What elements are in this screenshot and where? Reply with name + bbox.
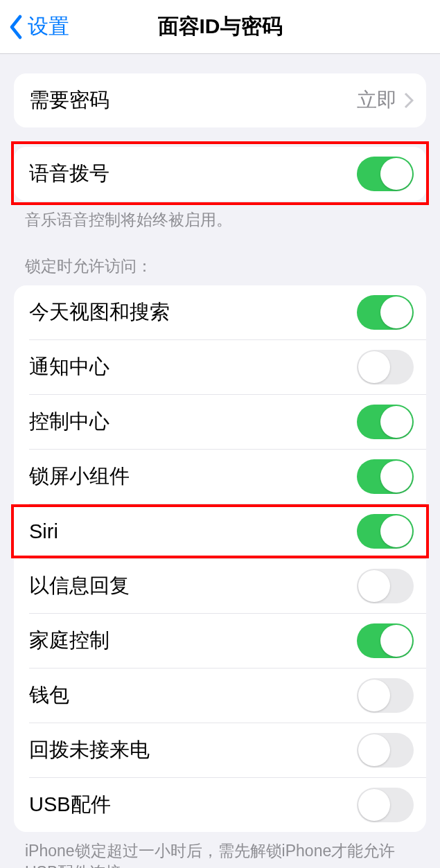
- row-lock-access-item: 回拨未接来电: [14, 723, 426, 777]
- navbar: 设置 面容ID与密码: [0, 0, 440, 54]
- chevron-right-icon: [404, 92, 414, 109]
- row-lock-access-item: 控制中心: [14, 395, 426, 449]
- lock-access-item-label: 通知中心: [29, 353, 109, 381]
- row-voice-dial: 语音拨号: [14, 147, 426, 201]
- back-label: 设置: [28, 12, 69, 41]
- row-lock-access-item: Siri: [14, 504, 426, 558]
- voice-dial-label: 语音拨号: [29, 160, 109, 188]
- lock-access-header: 锁定时允许访问：: [25, 256, 415, 277]
- toggle-lock-access-item[interactable]: [357, 405, 414, 439]
- voice-dial-footer: 音乐语音控制将始终被启用。: [25, 209, 415, 231]
- chevron-left-icon: [8, 15, 24, 39]
- lock-access-item-label: 以信息回复: [29, 572, 130, 600]
- row-lock-access-item: 锁屏小组件: [14, 450, 426, 504]
- row-lock-access-item: USB配件: [14, 778, 426, 832]
- row-lock-access-item: 家庭控制: [14, 614, 426, 668]
- toggle-lock-access-item[interactable]: [357, 295, 414, 330]
- lock-access-item-label: Siri: [29, 520, 58, 543]
- lock-access-item-label: 控制中心: [29, 408, 109, 436]
- lock-access-item-label: 钱包: [29, 682, 69, 709]
- lock-access-footer: iPhone锁定超过一小时后，需先解锁iPhone才能允许USB配件连接。: [25, 840, 415, 868]
- row-lock-access-item: 以信息回复: [14, 559, 426, 613]
- page-title: 面容ID与密码: [158, 12, 283, 41]
- back-button[interactable]: 设置: [0, 12, 69, 41]
- toggle-lock-access-item[interactable]: [357, 514, 414, 549]
- toggle-lock-access-item[interactable]: [357, 733, 414, 768]
- toggle-lock-access-item[interactable]: [357, 569, 414, 603]
- lock-access-item-label: 今天视图和搜索: [29, 299, 170, 326]
- row-lock-access-item: 钱包: [14, 668, 426, 723]
- toggle-voice-dial[interactable]: [357, 157, 414, 191]
- lock-access-item-label: 回拨未接来电: [29, 736, 150, 764]
- row-require-passcode[interactable]: 需要密码 立即: [14, 73, 426, 127]
- lock-access-item-label: 家庭控制: [29, 627, 109, 655]
- require-passcode-value: 立即: [357, 87, 397, 114]
- group-lock-access: 今天视图和搜索通知中心控制中心锁屏小组件Siri以信息回复家庭控制钱包回拨未接来…: [14, 285, 426, 832]
- toggle-lock-access-item[interactable]: [357, 678, 414, 713]
- require-passcode-label: 需要密码: [29, 87, 109, 114]
- toggle-lock-access-item[interactable]: [357, 788, 414, 822]
- lock-access-item-label: USB配件: [29, 791, 111, 819]
- toggle-lock-access-item[interactable]: [357, 350, 414, 384]
- toggle-lock-access-item[interactable]: [357, 459, 414, 494]
- lock-access-item-label: 锁屏小组件: [29, 463, 130, 490]
- row-lock-access-item: 通知中心: [14, 340, 426, 394]
- group-voice-dial: 语音拨号: [14, 147, 426, 201]
- group-require-passcode: 需要密码 立即: [14, 73, 426, 127]
- toggle-lock-access-item[interactable]: [357, 623, 414, 658]
- row-lock-access-item: 今天视图和搜索: [14, 285, 426, 339]
